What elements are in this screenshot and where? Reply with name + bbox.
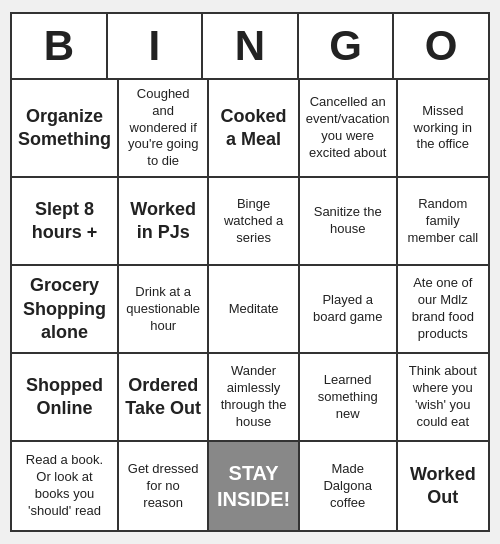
bingo-letter-g: G [299, 14, 395, 78]
bingo-header: BINGO [12, 14, 488, 80]
bingo-cell-23: Made Dalgona coffee [300, 442, 398, 530]
bingo-cell-22: STAY INSIDE! [209, 442, 299, 530]
bingo-cell-20: Read a book. Or look at books you 'shoul… [12, 442, 119, 530]
bingo-cell-12: Meditate [209, 266, 299, 354]
bingo-cell-10: Grocery Shopping alone [12, 266, 119, 354]
bingo-cell-6: Worked in PJs [119, 178, 209, 266]
bingo-cell-24: Worked Out [398, 442, 488, 530]
bingo-cell-8: Sanitize the house [300, 178, 398, 266]
bingo-cell-9: Random family member call [398, 178, 488, 266]
bingo-cell-17: Wander aimlessly through the house [209, 354, 299, 442]
bingo-cell-0: Organize Something [12, 80, 119, 178]
bingo-cell-4: Missed working in the office [398, 80, 488, 178]
bingo-cell-21: Get dressed for no reason [119, 442, 209, 530]
bingo-cell-11: Drink at a questionable hour [119, 266, 209, 354]
bingo-cell-13: Played a board game [300, 266, 398, 354]
bingo-cell-1: Coughed and wondered if you're going to … [119, 80, 209, 178]
bingo-cell-2: Cooked a Meal [209, 80, 299, 178]
bingo-letter-o: O [394, 14, 488, 78]
bingo-card: BINGO Organize SomethingCoughed and wond… [10, 12, 490, 532]
bingo-grid: Organize SomethingCoughed and wondered i… [12, 80, 488, 530]
bingo-cell-5: Slept 8 hours + [12, 178, 119, 266]
bingo-letter-i: I [108, 14, 204, 78]
bingo-cell-14: Ate one of our Mdlz brand food products [398, 266, 488, 354]
bingo-cell-15: Shopped Online [12, 354, 119, 442]
bingo-cell-16: Ordered Take Out [119, 354, 209, 442]
bingo-cell-3: Cancelled an event/vacation you were exc… [300, 80, 398, 178]
bingo-letter-n: N [203, 14, 299, 78]
bingo-cell-7: Binge watched a series [209, 178, 299, 266]
bingo-cell-18: Learned something new [300, 354, 398, 442]
bingo-letter-b: B [12, 14, 108, 78]
bingo-cell-19: Think about where you 'wish' you could e… [398, 354, 488, 442]
